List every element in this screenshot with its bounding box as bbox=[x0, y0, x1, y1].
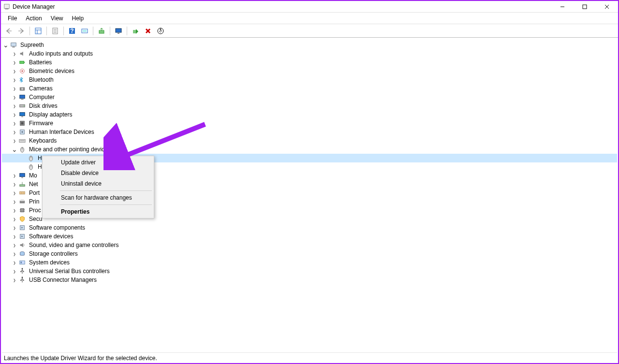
tree-category-9[interactable]: ❯Human Interface Devices bbox=[2, 128, 617, 136]
expander-blank bbox=[19, 154, 27, 162]
expand-icon[interactable]: ❯ bbox=[12, 129, 17, 134]
collapse-icon[interactable]: ⌄ bbox=[11, 146, 18, 153]
expand-icon[interactable]: ❯ bbox=[12, 260, 17, 265]
expand-icon[interactable]: ❯ bbox=[12, 86, 17, 91]
tool-scan-hardware[interactable] bbox=[155, 26, 166, 36]
tree-label: Display adapters bbox=[28, 111, 73, 118]
svg-rect-6 bbox=[35, 28, 41, 34]
close-button[interactable] bbox=[596, 1, 618, 12]
speaker-icon bbox=[18, 50, 26, 58]
expand-icon[interactable]: ❯ bbox=[12, 138, 17, 143]
svg-rect-56 bbox=[21, 200, 24, 202]
expand-icon[interactable]: ❯ bbox=[12, 59, 17, 65]
pc-icon bbox=[10, 41, 17, 49]
tree-category-10[interactable]: ❯Keyboards bbox=[2, 136, 617, 145]
tool-scan[interactable] bbox=[79, 26, 90, 36]
camera-icon bbox=[18, 85, 26, 92]
menu-view[interactable]: View bbox=[47, 14, 67, 23]
expand-icon[interactable]: ❯ bbox=[12, 173, 17, 178]
mouse-icon bbox=[27, 154, 35, 162]
expand-icon[interactable]: ❯ bbox=[12, 181, 17, 187]
ctx-uninstall-device[interactable]: Uninstall device bbox=[44, 178, 153, 189]
collapse-icon[interactable]: ⌄ bbox=[2, 41, 10, 49]
tool-back[interactable] bbox=[3, 26, 15, 36]
tool-show-hide[interactable] bbox=[32, 26, 44, 36]
tree-category-18[interactable]: ❯Software components bbox=[2, 223, 617, 232]
expand-icon[interactable]: ❯ bbox=[12, 268, 17, 274]
tree-category-23[interactable]: ❯Universal Serial Bus controllers bbox=[2, 267, 617, 276]
minimize-button[interactable] bbox=[551, 1, 574, 12]
expand-icon[interactable]: ❯ bbox=[12, 120, 17, 126]
tree-category-1[interactable]: ❯Batteries bbox=[2, 58, 617, 67]
sound-icon bbox=[18, 241, 26, 249]
svg-point-39 bbox=[21, 131, 23, 133]
expand-icon[interactable]: ❯ bbox=[12, 216, 17, 221]
tree-label: Sound, video and game controllers bbox=[28, 242, 119, 248]
tree-category-3[interactable]: ❯Bluetooth bbox=[2, 75, 617, 84]
tree-root[interactable]: ⌄Supreeth bbox=[2, 41, 617, 49]
tool-properties[interactable] bbox=[49, 26, 61, 36]
tree-category-7[interactable]: ❯Display adapters bbox=[2, 110, 617, 119]
statusbar: Launches the Update Driver Wizard for th… bbox=[2, 352, 617, 363]
expand-icon[interactable]: ❯ bbox=[12, 94, 17, 100]
expand-icon[interactable]: ❯ bbox=[12, 190, 17, 195]
tool-monitor[interactable] bbox=[113, 26, 124, 36]
tree-category-6[interactable]: ❯Disk drives bbox=[2, 102, 617, 110]
biometric-icon bbox=[18, 67, 26, 75]
usb-icon bbox=[18, 267, 26, 275]
processor-icon bbox=[18, 206, 26, 214]
svg-point-67 bbox=[22, 268, 23, 269]
svg-rect-19 bbox=[118, 33, 119, 34]
tree-label: Firmware bbox=[28, 120, 54, 127]
tool-forward[interactable] bbox=[15, 26, 27, 36]
tree-label: Port bbox=[28, 189, 41, 196]
menu-action[interactable]: Action bbox=[22, 14, 45, 23]
expand-icon[interactable]: ❯ bbox=[12, 251, 17, 256]
expand-icon[interactable]: ❯ bbox=[12, 199, 17, 204]
expand-icon[interactable]: ❯ bbox=[12, 77, 17, 82]
expand-icon[interactable]: ❯ bbox=[12, 242, 17, 248]
expand-icon[interactable]: ❯ bbox=[12, 207, 17, 213]
svg-point-33 bbox=[24, 105, 25, 106]
svg-rect-3 bbox=[583, 5, 587, 9]
toolbar-separator bbox=[110, 27, 110, 35]
port-icon bbox=[18, 189, 26, 197]
tool-enable[interactable] bbox=[130, 26, 141, 36]
svg-rect-69 bbox=[23, 271, 24, 272]
svg-rect-49 bbox=[21, 177, 23, 178]
tree-label: Batteries bbox=[28, 59, 53, 66]
expand-icon[interactable]: ❯ bbox=[12, 233, 17, 239]
expand-icon[interactable]: ❯ bbox=[12, 112, 17, 117]
menu-help[interactable]: Help bbox=[68, 14, 88, 23]
tool-uninstall[interactable] bbox=[142, 26, 154, 36]
tree-category-0[interactable]: ❯Audio inputs and outputs bbox=[2, 49, 617, 58]
expand-icon[interactable]: ❯ bbox=[12, 225, 17, 230]
tree-category-21[interactable]: ❯Storage controllers bbox=[2, 249, 617, 258]
tree-category-4[interactable]: ❯Cameras bbox=[2, 84, 617, 93]
ctx-update-driver[interactable]: Update driver bbox=[44, 157, 153, 168]
ctx-scan-hardware[interactable]: Scan for hardware changes bbox=[44, 192, 153, 203]
expand-icon[interactable]: ❯ bbox=[12, 277, 17, 282]
tree-category-24[interactable]: ❯USB Connector Managers bbox=[2, 276, 617, 284]
tool-help[interactable]: ? bbox=[66, 26, 78, 36]
context-menu: Update driver Disable device Uninstall d… bbox=[42, 156, 154, 218]
tree-category-2[interactable]: ❯Biometric devices bbox=[2, 67, 617, 75]
menu-file[interactable]: File bbox=[4, 14, 21, 23]
ctx-disable-device[interactable]: Disable device bbox=[44, 168, 153, 178]
expand-icon[interactable]: ❯ bbox=[12, 51, 17, 56]
tree-category-8[interactable]: ❯Firmware bbox=[2, 119, 617, 128]
svg-rect-18 bbox=[116, 29, 121, 32]
tree-category-20[interactable]: ❯Sound, video and game controllers bbox=[2, 241, 617, 249]
tree-label: Mo bbox=[28, 172, 38, 179]
maximize-button[interactable] bbox=[574, 1, 596, 12]
expand-icon[interactable]: ❯ bbox=[12, 68, 17, 73]
window-title: Device Manager bbox=[13, 3, 551, 10]
tree-category-5[interactable]: ❯Computer bbox=[2, 93, 617, 102]
tree-category-19[interactable]: ❯Software devices bbox=[2, 232, 617, 241]
svg-rect-0 bbox=[4, 4, 10, 8]
tree-category-11[interactable]: ⌄Mice and other pointing devices bbox=[2, 145, 617, 154]
tool-update-driver[interactable] bbox=[96, 26, 107, 36]
expand-icon[interactable]: ❯ bbox=[12, 103, 17, 108]
tree-category-22[interactable]: ❯System devices bbox=[2, 258, 617, 267]
ctx-properties[interactable]: Properties bbox=[44, 206, 153, 217]
